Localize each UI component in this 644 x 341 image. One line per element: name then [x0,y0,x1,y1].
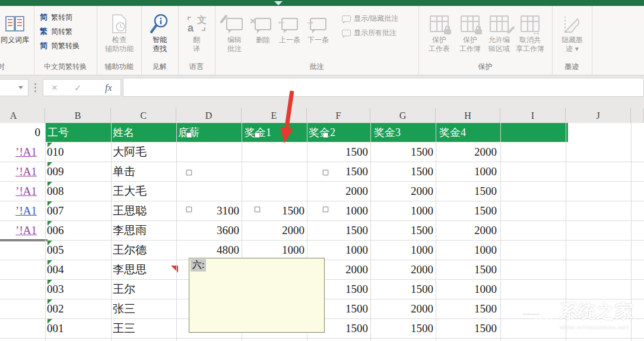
cell-e[interactable]: 1500 [242,201,304,220]
cell-name[interactable]: 王三 [113,318,175,338]
show-all-comments-button[interactable]: 显示所有批注 [342,26,396,39]
cell-d[interactable] [176,142,239,162]
cell-h[interactable]: 1500 [436,299,497,318]
formula-input[interactable] [123,78,644,97]
name-box[interactable] [0,79,28,96]
fx-icon[interactable]: fx [105,80,112,96]
protect-workbook-button[interactable]: 保护 工作簿 [455,12,485,53]
hyperlink-text[interactable]: ’!A1 [15,185,37,197]
hyperlink-text[interactable]: ’!A1 [15,165,37,178]
selection-handle[interactable] [255,132,260,138]
cell-h[interactable]: 1500 [436,181,497,201]
cell-name[interactable]: 大阿毛 [113,142,175,162]
column-header-h[interactable]: H [436,108,500,123]
traditional-to-simplified-button[interactable]: 简 繁转简 [40,11,72,24]
cell-d[interactable]: 3100 [176,201,239,220]
cell-d[interactable] [176,162,239,181]
cell-name[interactable]: 张三 [113,299,175,318]
cell-e[interactable]: 1000 [242,240,304,260]
cell-d[interactable] [176,181,239,201]
cell-d[interactable]: 4800 [176,240,239,260]
cell-name[interactable]: 李思雨 [113,220,175,240]
cell-f[interactable]: 1500 [307,220,368,240]
cell-name[interactable]: 王尔德 [113,240,175,260]
cell-id[interactable]: 002 [47,299,109,318]
cell-f[interactable]: 1500 [307,142,368,162]
sheet-link[interactable]: ’!A1 [0,181,37,201]
translate-button[interactable]: 文 a 翻 译 [183,12,210,53]
edit-comment-button[interactable]: 编辑 批注 [220,12,249,53]
header-cell-c6[interactable]: 奖金3 [374,123,401,142]
next-comment-button[interactable]: → 下一条 [304,12,332,45]
cell-h[interactable]: 2000 [436,142,497,162]
cell-name[interactable]: 王大毛 [113,181,175,201]
previous-comment-button[interactable]: ← 上一条 [275,12,304,45]
hyperlink-text[interactable]: ’!A1 [15,224,37,236]
cell-e[interactable] [242,181,304,201]
cell-g[interactable]: 1500 [370,220,433,240]
hide-ink-button[interactable]: 隐藏墨 迹 ▾ [556,12,589,53]
cell-a1[interactable]: 0 [0,123,40,142]
check-accessibility-button[interactable]: 检查 辅助功能 [104,12,135,53]
cell-e[interactable]: 2000 [242,220,304,240]
cell-id[interactable]: 009 [47,162,109,181]
cell-h[interactable]: 2000 [436,220,497,240]
column-header-i[interactable]: I [500,108,566,123]
selection-handle[interactable] [186,207,192,212]
cell-g[interactable]: 1500 [370,142,433,162]
cell-h[interactable]: 1500 [436,260,497,279]
cell-h[interactable]: 1000 [436,162,497,181]
cell-name[interactable]: 王思聪 [113,201,175,220]
simplified-to-traditional-button[interactable]: 繁 简转繁 [40,25,72,38]
cell-id[interactable]: 010 [47,142,109,162]
cell-f[interactable]: 1000 [307,240,368,260]
cell-h[interactable]: 1000 [436,240,497,260]
cell-g[interactable]: 1000 [370,240,433,260]
column-header-d[interactable]: D [176,108,242,123]
cell-g[interactable]: 1000 [370,201,433,220]
cell-g[interactable]: 1500 [370,318,433,338]
sheet-link[interactable]: ’!A1 [0,220,37,240]
cell-h[interactable]: 1500 [436,318,497,338]
smart-lookup-button[interactable]: 智能 查找 [146,12,173,53]
cell-g[interactable]: 1500 [370,162,433,181]
name-box-dropdown-icon[interactable] [18,86,23,89]
cell-name[interactable]: 单击 [113,162,175,181]
comment-box[interactable]: 六: [189,258,325,333]
selection-handle[interactable] [323,207,328,212]
selection-handle[interactable] [255,207,260,212]
hyperlink-text[interactable]: ’!A1 [15,146,37,158]
selection-handle[interactable] [323,170,328,175]
cell-d[interactable]: 3600 [176,220,239,240]
column-header-j[interactable]: J [566,108,631,123]
sheet-link[interactable]: ’!A1 [0,162,37,181]
cell-g[interactable]: 2000 [370,299,433,318]
cell-id[interactable]: 006 [47,220,109,240]
allow-edit-ranges-button[interactable]: 允许编 辑区域 [485,12,513,53]
cell-f[interactable]: 2000 [307,181,368,201]
formula-bar-grip-icon[interactable] [34,83,36,92]
delete-comment-button[interactable]: × 删除 [250,12,275,45]
cell-e[interactable] [242,162,304,181]
unshare-workbook-button[interactable]: ↔ 取消共 享工作簿 [513,12,547,53]
cell-f[interactable]: 1000 [307,201,368,220]
cell-id[interactable]: 004 [47,260,109,279]
protect-sheet-button[interactable]: 保护 工作表 [423,12,455,53]
cell-g[interactable]: 2000 [370,260,433,279]
cell-id[interactable]: 007 [47,201,109,220]
hyperlink-text[interactable]: ’!A1 [15,204,37,217]
selection-handle[interactable] [186,132,192,138]
column-header-a[interactable]: A [0,108,45,123]
cell-g[interactable]: 1500 [370,279,433,299]
cell-name[interactable]: 王尔 [113,279,175,299]
cell-id[interactable]: 008 [47,181,109,201]
column-header-f[interactable]: F [307,108,370,123]
cell-g[interactable]: 2000 [370,181,433,201]
header-cell-c2[interactable]: 姓名 [113,123,134,142]
cell-f[interactable]: 1500 [307,162,368,181]
cell-h[interactable]: 1500 [436,201,497,220]
header-cell-c1[interactable]: 工号 [47,123,69,142]
selection-handle[interactable] [186,170,192,175]
show-hide-comment-button[interactable]: 显示/隐藏批注 [342,12,398,25]
header-cell-c5[interactable]: 奖金2 [309,123,335,142]
